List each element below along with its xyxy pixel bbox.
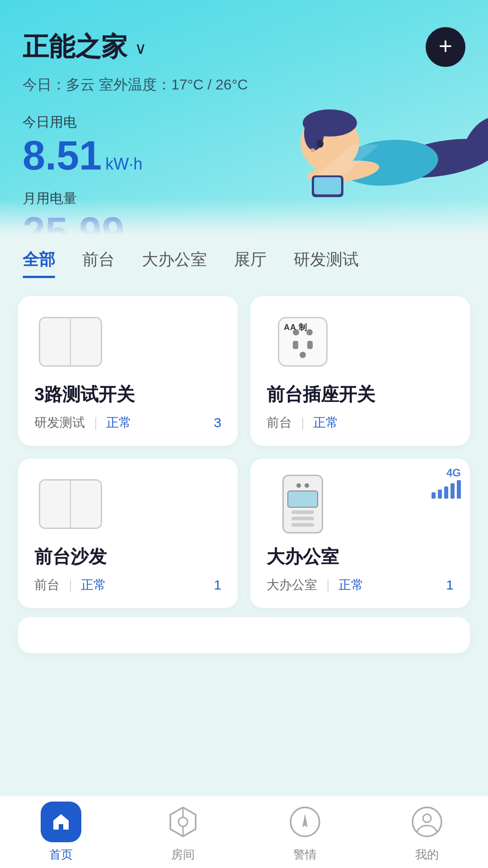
home-icon: [41, 802, 81, 842]
divider-2: ｜: [296, 414, 309, 431]
hero-gradient: [0, 199, 488, 235]
device-card-2[interactable]: AA 制 前台插座开关 前: [250, 296, 470, 446]
signal-bar-3: [444, 486, 448, 499]
device-status-2: 正常: [313, 414, 338, 431]
tabs-section: 全部 前台 大办公室 展厅 研发测试: [0, 235, 488, 287]
socket-hole-r: [307, 341, 313, 349]
socket-icon: AA 制: [278, 317, 328, 367]
signal-bars: [432, 480, 461, 499]
device-name-1: 3路测试开关: [34, 382, 221, 407]
device-meta-3: 前台 ｜ 正常 1: [34, 576, 221, 594]
switch-panel-3: [40, 481, 71, 528]
header-row: 正能之家 ∨ +: [23, 27, 465, 67]
tabs-row: 全部 前台 大办公室 展厅 研发测试: [23, 249, 465, 278]
device-room-status-2: 前台 ｜ 正常: [267, 414, 338, 431]
meter-dot-2: [305, 483, 309, 488]
socket-holes: [293, 341, 313, 358]
device-room-2: 前台: [267, 414, 292, 431]
bottom-nav: 首页 房间 警情: [0, 796, 488, 868]
daily-energy-value: 8.51: [23, 135, 102, 176]
signal-bar-1: [432, 492, 436, 499]
switch-panel-1: [40, 318, 71, 365]
signal-bar-4: [450, 483, 455, 499]
device-name-2: 前台插座开关: [267, 382, 454, 407]
tab-all[interactable]: 全部: [23, 249, 55, 278]
device-icon-meter: [267, 475, 339, 533]
divider-4: ｜: [322, 576, 334, 594]
switch-panel-4: [71, 481, 101, 528]
socket-hole-l: [293, 341, 298, 349]
meter-dots: [296, 483, 309, 488]
nav-label-alerts: 警情: [293, 847, 317, 863]
device-meta-4: 大办公室 ｜ 正常 1: [267, 576, 454, 594]
device-card-1[interactable]: 3路测试开关 研发测试 ｜ 正常 3: [18, 296, 238, 446]
device-room-status-4: 大办公室 ｜ 正常: [267, 576, 364, 594]
signal-bar-2: [438, 490, 442, 499]
device-meta-1: 研发测试 ｜ 正常 3: [34, 414, 221, 431]
meter-bar-2: [291, 517, 314, 520]
device-icon-socket: AA 制: [267, 312, 339, 371]
tab-qiantai[interactable]: 前台: [82, 249, 115, 278]
device-count-4: 1: [446, 577, 454, 593]
device-room-status-1: 研发测试 ｜ 正常: [34, 414, 131, 431]
plus-icon: +: [439, 34, 452, 58]
rooms-icon: [163, 802, 203, 842]
meter-screen: [287, 491, 318, 508]
svg-point-7: [316, 140, 324, 148]
switch-panel-2: [71, 318, 101, 365]
svg-point-13: [178, 817, 188, 826]
nav-label-home: 首页: [49, 847, 73, 863]
nav-item-home[interactable]: 首页: [41, 802, 81, 863]
nav-item-mine[interactable]: 我的: [407, 802, 447, 863]
device-status-4: 正常: [338, 576, 364, 594]
signal-bar-5: [457, 480, 461, 499]
hero-section: 正能之家 ∨ + 今日：多云 室外温度：17°C / 26°C 今日用电 8.5…: [0, 0, 488, 235]
app-title: 正能之家: [23, 29, 127, 65]
title-area: 正能之家 ∨: [23, 29, 146, 65]
device-status-3: 正常: [81, 576, 106, 594]
add-button[interactable]: +: [426, 27, 465, 67]
nav-label-rooms: 房间: [171, 847, 195, 863]
meter-icon: [282, 475, 323, 533]
device-count-1: 3: [214, 415, 221, 430]
divider-3: ｜: [64, 576, 76, 594]
device-status-1: 正常: [106, 414, 131, 431]
meter-bar-1: [291, 510, 314, 514]
switch-3-icon: [39, 317, 102, 367]
device-room-status-3: 前台 ｜ 正常: [34, 576, 106, 594]
device-name-3: 前台沙发: [34, 544, 221, 569]
nav-item-rooms[interactable]: 房间: [163, 802, 203, 863]
partial-card-area: [0, 617, 488, 653]
person-illustration: [289, 63, 488, 208]
daily-energy-unit: kW·h: [105, 155, 142, 174]
nav-label-mine: 我的: [415, 847, 439, 863]
device-icon-switch2: [34, 475, 107, 533]
devices-grid: 3路测试开关 研发测试 ｜ 正常 3 AA 制: [0, 287, 488, 617]
tab-rdtest[interactable]: 研发测试: [294, 249, 359, 278]
alerts-icon: [285, 802, 325, 842]
device-room-3: 前台: [34, 576, 60, 594]
mine-icon: [407, 802, 447, 842]
svg-point-8: [310, 148, 315, 152]
chevron-down-icon[interactable]: ∨: [135, 39, 146, 58]
device-room-4: 大办公室: [267, 576, 317, 594]
socket-hole-ground: [300, 352, 306, 358]
svg-marker-17: [302, 814, 308, 827]
switch-2-icon: [39, 479, 102, 529]
svg-point-19: [423, 814, 431, 822]
device-room-1: 研发测试: [34, 414, 85, 431]
signal-4g-icon: 4G: [432, 467, 461, 499]
tab-bigoffice[interactable]: 大办公室: [142, 249, 207, 278]
device-card-4[interactable]: 4G: [250, 458, 470, 608]
device-count-3: 1: [214, 577, 221, 593]
socket-hole-row-1: [293, 341, 313, 349]
nav-item-alerts[interactable]: 警情: [285, 802, 325, 863]
tab-showroom[interactable]: 展厅: [234, 249, 267, 278]
meter-dot-1: [296, 483, 301, 488]
divider-1: ｜: [89, 414, 102, 431]
device-name-4: 大办公室: [267, 544, 454, 569]
device-icon-switch3: [34, 312, 107, 371]
svg-rect-10: [314, 177, 341, 194]
device-card-3[interactable]: 前台沙发 前台 ｜ 正常 1: [18, 458, 238, 608]
meter-bar-3: [291, 523, 314, 527]
